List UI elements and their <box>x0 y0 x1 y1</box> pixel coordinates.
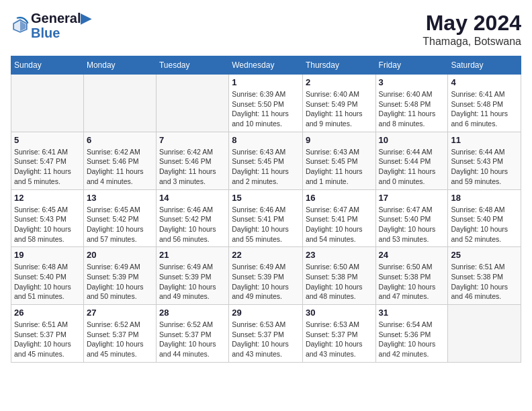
col-thursday: Thursday <box>302 56 375 75</box>
day-number: 15 <box>232 193 300 203</box>
day-info: Sunrise: 6:51 AMSunset: 5:38 PMDaylight:… <box>451 262 518 302</box>
day-info: Sunrise: 6:47 AMSunset: 5:41 PMDaylight:… <box>306 205 373 244</box>
cell-week3-day6: 18Sunrise: 6:48 AMSunset: 5:40 PMDayligh… <box>448 189 521 247</box>
day-info: Sunrise: 6:45 AMSunset: 5:42 PMDaylight:… <box>87 205 153 244</box>
day-info: Sunrise: 6:53 AMSunset: 5:37 PMDaylight:… <box>306 320 373 359</box>
day-number: 30 <box>306 308 373 318</box>
day-info: Sunrise: 6:40 AMSunset: 5:48 PMDaylight:… <box>379 89 445 129</box>
day-info: Sunrise: 6:39 AMSunset: 5:50 PMDaylight:… <box>232 89 300 129</box>
col-saturday: Saturday <box>448 56 521 75</box>
day-number: 1 <box>232 77 300 87</box>
cell-week1-day5: 3Sunrise: 6:40 AMSunset: 5:48 PMDaylight… <box>375 75 448 132</box>
day-info: Sunrise: 6:49 AMSunset: 5:39 PMDaylight:… <box>159 262 226 302</box>
cell-week2-day1: 6Sunrise: 6:42 AMSunset: 5:46 PMDaylight… <box>83 132 156 189</box>
day-info: Sunrise: 6:44 AMSunset: 5:44 PMDaylight:… <box>379 147 445 187</box>
day-number: 4 <box>451 77 518 87</box>
day-info: Sunrise: 6:42 AMSunset: 5:46 PMDaylight:… <box>159 147 226 187</box>
day-number: 20 <box>87 250 153 260</box>
col-tuesday: Tuesday <box>156 56 228 75</box>
day-info: Sunrise: 6:44 AMSunset: 5:43 PMDaylight:… <box>451 147 518 187</box>
cell-week4-day3: 22Sunrise: 6:49 AMSunset: 5:39 PMDayligh… <box>229 247 303 305</box>
page-header: General▶ Blue May 2024 Thamaga, Botswana <box>11 11 521 48</box>
cell-week4-day5: 24Sunrise: 6:50 AMSunset: 5:38 PMDayligh… <box>375 247 448 305</box>
day-number: 18 <box>451 193 518 203</box>
day-number: 12 <box>14 193 81 203</box>
calendar-header-row: Sunday Monday Tuesday Wednesday Thursday… <box>11 56 521 75</box>
month-title: May 2024 <box>423 11 521 36</box>
cell-week4-day2: 21Sunrise: 6:49 AMSunset: 5:39 PMDayligh… <box>156 247 228 305</box>
week-row-2: 5Sunrise: 6:41 AMSunset: 5:47 PMDaylight… <box>11 132 521 189</box>
day-number: 9 <box>306 135 373 145</box>
day-info: Sunrise: 6:51 AMSunset: 5:37 PMDaylight:… <box>14 320 81 359</box>
day-number: 7 <box>159 135 226 145</box>
cell-week3-day4: 16Sunrise: 6:47 AMSunset: 5:41 PMDayligh… <box>302 189 375 247</box>
cell-week2-day4: 9Sunrise: 6:43 AMSunset: 5:45 PMDaylight… <box>302 132 375 189</box>
day-number: 16 <box>306 193 373 203</box>
day-number: 19 <box>14 250 81 260</box>
day-number: 11 <box>451 135 518 145</box>
day-info: Sunrise: 6:53 AMSunset: 5:37 PMDaylight:… <box>232 320 300 359</box>
day-info: Sunrise: 6:52 AMSunset: 5:37 PMDaylight:… <box>87 320 153 359</box>
cell-week1-day2 <box>156 75 228 132</box>
col-friday: Friday <box>375 56 448 75</box>
col-wednesday: Wednesday <box>229 56 303 75</box>
day-info: Sunrise: 6:50 AMSunset: 5:38 PMDaylight:… <box>379 262 445 302</box>
day-number: 3 <box>379 77 445 87</box>
cell-week1-day4: 2Sunrise: 6:40 AMSunset: 5:49 PMDaylight… <box>302 75 375 132</box>
cell-week2-day6: 11Sunrise: 6:44 AMSunset: 5:43 PMDayligh… <box>448 132 521 189</box>
day-number: 2 <box>306 77 373 87</box>
cell-week1-day1 <box>83 75 156 132</box>
day-number: 29 <box>232 308 300 318</box>
day-info: Sunrise: 6:50 AMSunset: 5:38 PMDaylight:… <box>306 262 373 302</box>
day-number: 5 <box>14 135 81 145</box>
cell-week3-day2: 14Sunrise: 6:46 AMSunset: 5:42 PMDayligh… <box>156 189 228 247</box>
logo-icon <box>11 16 30 35</box>
cell-week4-day1: 20Sunrise: 6:49 AMSunset: 5:39 PMDayligh… <box>83 247 156 305</box>
day-info: Sunrise: 6:43 AMSunset: 5:45 PMDaylight:… <box>306 147 373 187</box>
day-info: Sunrise: 6:41 AMSunset: 5:47 PMDaylight:… <box>14 147 81 187</box>
day-number: 8 <box>232 135 300 145</box>
day-number: 10 <box>379 135 445 145</box>
cell-week1-day6: 4Sunrise: 6:41 AMSunset: 5:48 PMDaylight… <box>448 75 521 132</box>
day-number: 21 <box>159 250 226 260</box>
week-row-3: 12Sunrise: 6:45 AMSunset: 5:43 PMDayligh… <box>11 189 521 247</box>
day-number: 25 <box>451 250 518 260</box>
day-info: Sunrise: 6:48 AMSunset: 5:40 PMDaylight:… <box>14 262 81 302</box>
cell-week5-day2: 28Sunrise: 6:52 AMSunset: 5:37 PMDayligh… <box>156 305 228 363</box>
week-row-1: 1Sunrise: 6:39 AMSunset: 5:50 PMDaylight… <box>11 75 521 132</box>
day-number: 31 <box>379 308 445 318</box>
cell-week5-day1: 27Sunrise: 6:52 AMSunset: 5:37 PMDayligh… <box>83 305 156 363</box>
location: Thamaga, Botswana <box>423 36 521 48</box>
cell-week2-day5: 10Sunrise: 6:44 AMSunset: 5:44 PMDayligh… <box>375 132 448 189</box>
cell-week5-day4: 30Sunrise: 6:53 AMSunset: 5:37 PMDayligh… <box>302 305 375 363</box>
day-number: 23 <box>306 250 373 260</box>
day-info: Sunrise: 6:47 AMSunset: 5:40 PMDaylight:… <box>379 205 445 244</box>
day-info: Sunrise: 6:42 AMSunset: 5:46 PMDaylight:… <box>87 147 153 187</box>
col-sunday: Sunday <box>11 56 84 75</box>
cell-week3-day1: 13Sunrise: 6:45 AMSunset: 5:42 PMDayligh… <box>83 189 156 247</box>
day-info: Sunrise: 6:49 AMSunset: 5:39 PMDaylight:… <box>87 262 153 302</box>
cell-week4-day4: 23Sunrise: 6:50 AMSunset: 5:38 PMDayligh… <box>302 247 375 305</box>
day-info: Sunrise: 6:41 AMSunset: 5:48 PMDaylight:… <box>451 89 518 129</box>
day-number: 24 <box>379 250 445 260</box>
day-number: 14 <box>159 193 226 203</box>
day-info: Sunrise: 6:54 AMSunset: 5:36 PMDaylight:… <box>379 320 445 359</box>
cell-week5-day5: 31Sunrise: 6:54 AMSunset: 5:36 PMDayligh… <box>375 305 448 363</box>
day-number: 26 <box>14 308 81 318</box>
day-number: 27 <box>87 308 153 318</box>
logo: General▶ Blue <box>11 11 91 40</box>
day-info: Sunrise: 6:48 AMSunset: 5:40 PMDaylight:… <box>451 205 518 244</box>
day-number: 28 <box>159 308 226 318</box>
cell-week1-day3: 1Sunrise: 6:39 AMSunset: 5:50 PMDaylight… <box>229 75 303 132</box>
day-info: Sunrise: 6:43 AMSunset: 5:45 PMDaylight:… <box>232 147 300 187</box>
cell-week5-day0: 26Sunrise: 6:51 AMSunset: 5:37 PMDayligh… <box>11 305 84 363</box>
day-number: 22 <box>232 250 300 260</box>
cell-week5-day3: 29Sunrise: 6:53 AMSunset: 5:37 PMDayligh… <box>229 305 303 363</box>
cell-week2-day0: 5Sunrise: 6:41 AMSunset: 5:47 PMDaylight… <box>11 132 84 189</box>
day-info: Sunrise: 6:46 AMSunset: 5:41 PMDaylight:… <box>232 205 300 244</box>
cell-week3-day0: 12Sunrise: 6:45 AMSunset: 5:43 PMDayligh… <box>11 189 84 247</box>
day-info: Sunrise: 6:45 AMSunset: 5:43 PMDaylight:… <box>14 205 81 244</box>
cell-week3-day3: 15Sunrise: 6:46 AMSunset: 5:41 PMDayligh… <box>229 189 303 247</box>
day-info: Sunrise: 6:49 AMSunset: 5:39 PMDaylight:… <box>232 262 300 302</box>
logo-text: General▶ Blue <box>31 11 91 40</box>
